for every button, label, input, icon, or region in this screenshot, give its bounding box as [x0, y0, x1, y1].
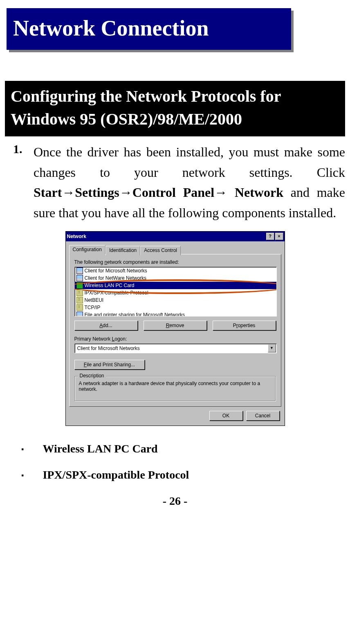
list-item: TCP/IP: [75, 304, 276, 311]
chevron-down-icon[interactable]: ▼: [268, 344, 276, 352]
properties-button[interactable]: Properties: [213, 321, 276, 330]
tab-configuration[interactable]: Configuration: [69, 245, 105, 254]
arrow-icon: →: [214, 185, 227, 200]
description-label: Description: [78, 373, 106, 379]
help-button[interactable]: ?: [266, 233, 274, 240]
dialog-titlebar: Network ? ×: [66, 232, 285, 241]
page-title-text: Network Connection: [13, 16, 209, 40]
description-group: Description A network adapter is a hardw…: [74, 376, 276, 401]
list-item: NetBEUI: [75, 296, 276, 304]
arrow-icon: →: [119, 185, 132, 200]
tab-row: Configuration Identification Access Cont…: [69, 245, 281, 254]
components-label: The following network components are ins…: [74, 259, 276, 265]
arrow-icon: →: [62, 185, 75, 200]
bullet-item: ▪ Wireless LAN PC Card: [21, 442, 345, 456]
tab-pane: The following network components are ins…: [69, 254, 281, 407]
list-item: Client for NetWare Networks: [75, 274, 276, 282]
close-button[interactable]: ×: [275, 233, 283, 240]
section-heading: Configuring the Network Protocols for Wi…: [5, 81, 345, 136]
primary-logon-combo[interactable]: Client for Microsoft Networks ▼: [74, 343, 277, 353]
tab-access-control[interactable]: Access Control: [140, 246, 181, 255]
description-text: A network adapter is a hardware device t…: [79, 381, 271, 397]
dialog-title: Network: [67, 234, 86, 239]
remove-button[interactable]: Remove: [144, 321, 207, 330]
bullet-text: IPX/SPX-compatible Protocol: [43, 468, 189, 481]
bullet-item: ▪ IPX/SPX-compatible Protocol: [21, 468, 345, 482]
protocol-icon: [76, 290, 83, 296]
bullet-icon: ▪: [21, 468, 24, 482]
section-heading-text: Configuring the Network Protocols for Wi…: [11, 87, 281, 128]
list-item: IPX/SPX-compatible Protocol: [75, 289, 276, 296]
bullet-icon: ▪: [21, 442, 24, 456]
list-item: Client for Microsoft Networks: [75, 267, 276, 274]
combo-value: Client for Microsoft Networks: [75, 345, 268, 351]
cancel-button[interactable]: Cancel: [246, 411, 280, 421]
step-body: Once the driver has been installed, you …: [5, 142, 345, 223]
nav-start: Start: [34, 185, 62, 200]
ok-button[interactable]: OK: [209, 411, 243, 421]
bullet-list: ▪ Wireless LAN PC Card ▪ IPX/SPX-compati…: [5, 442, 345, 482]
page-title-banner: Network Connection: [7, 8, 291, 50]
nav-settings: Settings: [75, 185, 119, 200]
bullet-text: Wireless LAN PC Card: [43, 442, 157, 455]
client-icon: [76, 275, 83, 281]
list-item: File and printer sharing for Microsoft N…: [75, 311, 276, 316]
step-text-a: Once the driver has been installed, you …: [34, 145, 345, 180]
add-button[interactable]: Add...: [74, 321, 138, 330]
list-item: Wireless LAN PC Card: [75, 282, 276, 289]
logon-label: Primary Network Logon:: [74, 336, 276, 342]
network-dialog: Network ? × Configuration Identification…: [65, 231, 285, 426]
components-listbox[interactable]: Client for Microsoft Networks Client for…: [74, 267, 277, 316]
page-number: - 26 -: [5, 495, 345, 508]
adapter-icon: [76, 282, 83, 289]
nav-control-panel: Control Panel: [132, 185, 214, 200]
nav-network: Network: [235, 185, 283, 200]
protocol-icon: [76, 297, 83, 303]
file-print-sharing-button[interactable]: File and Print Sharing...: [74, 360, 145, 370]
service-icon: [76, 312, 83, 316]
client-icon: [76, 267, 83, 274]
step-number: 1.: [13, 142, 22, 156]
tab-identification[interactable]: Identification: [105, 246, 140, 255]
protocol-icon: [76, 304, 83, 311]
